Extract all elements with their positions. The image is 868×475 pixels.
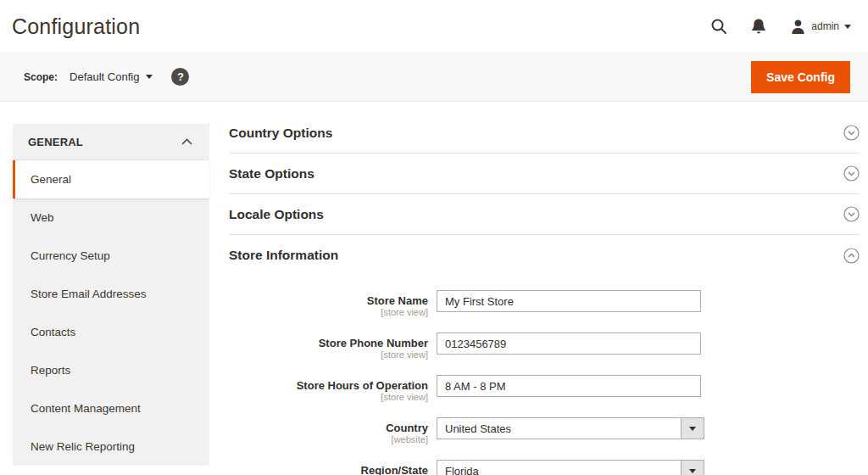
field-row-store-phone-number: Store Phone Number [store view] bbox=[229, 332, 860, 360]
collapse-chevron-down-icon bbox=[843, 206, 860, 222]
store-information-form: Store Name [store view] Store Phone Numb… bbox=[229, 276, 860, 475]
sidebar-item-label: New Relic Reporting bbox=[31, 440, 135, 453]
sidebar-section-general-header[interactable]: GENERAL bbox=[13, 124, 209, 160]
sidebar-item-currency-setup[interactable]: Currency Setup bbox=[13, 237, 209, 275]
section-store-information[interactable]: Store Information bbox=[229, 235, 860, 276]
section-title: Country Options bbox=[229, 126, 332, 141]
sidebar-item-label: General bbox=[31, 173, 71, 186]
section-title: State Options bbox=[229, 166, 314, 182]
save-config-button[interactable]: Save Config bbox=[751, 61, 850, 93]
scope-switcher[interactable]: Default Config bbox=[70, 70, 153, 83]
sidebar-item-reports[interactable]: Reports bbox=[13, 351, 209, 389]
sidebar-item-label: Web bbox=[31, 211, 54, 224]
search-icon[interactable] bbox=[710, 18, 727, 35]
collapse-chevron-down-icon bbox=[843, 125, 860, 141]
field-scope-text: [website] bbox=[229, 434, 428, 445]
field-label-text: Country bbox=[229, 422, 428, 434]
country-select[interactable]: United States bbox=[437, 417, 704, 439]
collapse-chevron-up-icon bbox=[843, 248, 860, 264]
sidebar-item-new-relic-reporting[interactable]: New Relic Reporting bbox=[13, 428, 209, 466]
sidebar-item-label: Contacts bbox=[31, 326, 75, 338]
section-country-options[interactable]: Country Options bbox=[229, 113, 860, 154]
region-state-select-value: Florida bbox=[437, 465, 681, 475]
field-label-text: Store Phone Number bbox=[229, 337, 428, 349]
sidebar-item-label: Currency Setup bbox=[31, 249, 110, 262]
collapse-chevron-down-icon bbox=[843, 165, 860, 182]
page-header: Configuration admin bbox=[0, 0, 868, 53]
field-label: Store Phone Number [store view] bbox=[229, 332, 428, 360]
store-hours-input[interactable] bbox=[437, 375, 701, 397]
user-avatar-icon bbox=[790, 19, 806, 35]
section-title: Store Information bbox=[229, 248, 338, 263]
field-row-store-name: Store Name [store view] bbox=[229, 290, 860, 318]
sidebar-section-label: GENERAL bbox=[28, 136, 83, 148]
scope-value: Default Config bbox=[70, 70, 139, 83]
help-icon[interactable]: ? bbox=[171, 68, 189, 86]
section-locale-options[interactable]: Locale Options bbox=[229, 194, 860, 235]
store-phone-number-input[interactable] bbox=[437, 332, 701, 355]
sidebar-item-label: Content Management bbox=[31, 402, 141, 415]
field-label: Store Hours of Operation [store view] bbox=[229, 375, 428, 403]
chevron-down-icon bbox=[146, 75, 153, 79]
config-sidebar: GENERAL General Web Currency Setup Store… bbox=[13, 124, 209, 466]
field-scope-text: [store view] bbox=[229, 349, 428, 360]
notifications-bell-icon[interactable] bbox=[751, 18, 766, 35]
sidebar-item-label: Store Email Addresses bbox=[31, 288, 147, 300]
field-scope-text: [store view] bbox=[229, 392, 428, 403]
select-dropdown-button[interactable] bbox=[681, 461, 704, 475]
chevron-down-icon bbox=[844, 25, 851, 29]
sidebar-item-content-management[interactable]: Content Management bbox=[13, 389, 209, 428]
section-title: Locale Options bbox=[229, 207, 324, 222]
field-label-text: Region/State bbox=[229, 464, 428, 475]
chevron-down-icon bbox=[689, 469, 696, 473]
sidebar-item-general[interactable]: General bbox=[13, 160, 209, 198]
page-title: Configuration bbox=[12, 14, 140, 39]
country-select-value: United States bbox=[437, 422, 681, 435]
field-label: Country [website] bbox=[229, 417, 428, 445]
sidebar-item-web[interactable]: Web bbox=[13, 198, 209, 237]
field-row-region-state: Region/State [website] Florida bbox=[229, 460, 860, 475]
section-state-options[interactable]: State Options bbox=[229, 154, 860, 194]
sidebar-item-store-email-addresses[interactable]: Store Email Addresses bbox=[13, 275, 209, 313]
field-label-text: Store Hours of Operation bbox=[229, 379, 428, 392]
field-scope-text: [store view] bbox=[229, 307, 428, 318]
field-row-store-hours: Store Hours of Operation [store view] bbox=[229, 375, 860, 403]
scope-bar: Scope: Default Config ? Save Config bbox=[0, 53, 868, 102]
store-name-input[interactable] bbox=[437, 290, 701, 312]
admin-account-menu[interactable]: admin bbox=[790, 19, 851, 35]
select-dropdown-button[interactable] bbox=[681, 418, 704, 439]
config-main: Country Options State Options Locale Opt… bbox=[229, 113, 860, 475]
region-state-select[interactable]: Florida bbox=[437, 460, 704, 475]
field-label: Region/State [website] bbox=[229, 460, 428, 475]
scope-label: Scope: bbox=[24, 71, 58, 83]
field-row-country: Country [website] United States bbox=[229, 417, 860, 445]
sidebar-item-contacts[interactable]: Contacts bbox=[13, 313, 209, 351]
chevron-down-icon bbox=[689, 427, 696, 431]
header-actions: admin bbox=[710, 18, 856, 35]
sidebar-item-label: Reports bbox=[31, 364, 70, 377]
content-wrap: GENERAL General Web Currency Setup Store… bbox=[0, 102, 868, 475]
field-label: Store Name [store view] bbox=[229, 290, 428, 318]
chevron-up-icon bbox=[181, 138, 192, 145]
admin-username: admin bbox=[811, 20, 839, 32]
field-label-text: Store Name bbox=[229, 294, 428, 307]
